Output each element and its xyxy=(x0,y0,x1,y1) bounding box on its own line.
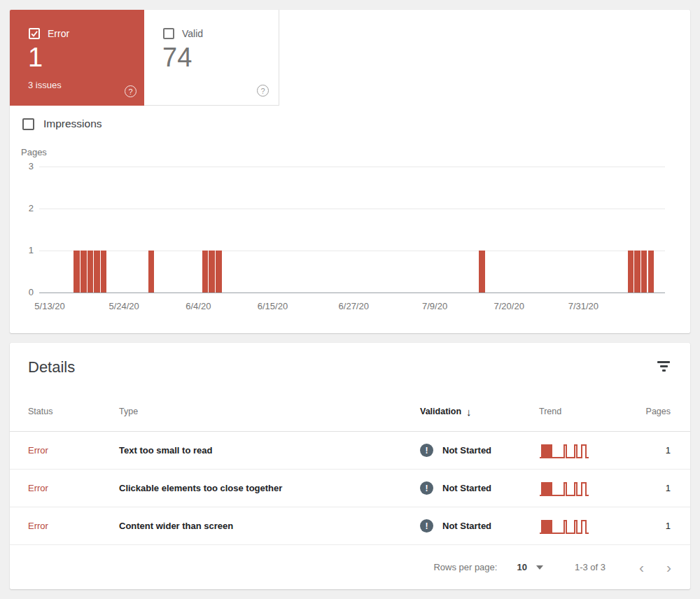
details-title: Details xyxy=(28,358,75,376)
row-pages-count: 1 xyxy=(623,445,690,456)
trend-sparkline xyxy=(539,478,623,499)
column-header-trend[interactable]: Trend xyxy=(539,407,623,416)
error-issues-count: 3 issues xyxy=(28,80,62,90)
chart-bar[interactable] xyxy=(148,251,155,293)
help-icon[interactable]: ? xyxy=(257,85,269,97)
chart-bar[interactable] xyxy=(209,251,215,293)
column-header-type[interactable]: Type xyxy=(119,407,420,416)
x-tick-label: 6/27/20 xyxy=(339,301,369,311)
filter-icon[interactable] xyxy=(655,360,672,375)
impressions-checkbox[interactable] xyxy=(22,118,34,130)
column-header-pages[interactable]: Pages xyxy=(623,407,690,416)
chart-bar[interactable] xyxy=(216,251,222,293)
validation-header-label: Validation xyxy=(420,407,461,416)
not-started-badge-icon: ! xyxy=(420,444,433,457)
previous-page-button[interactable]: ‹ xyxy=(638,560,645,575)
error-checkbox[interactable] xyxy=(29,28,40,39)
x-tick-label: 5/24/20 xyxy=(108,301,139,311)
chart-x-axis: 5/13/205/24/206/4/206/15/206/27/207/9/20… xyxy=(39,301,665,315)
error-count: 1 xyxy=(28,42,43,73)
row-validation-status: Not Started xyxy=(442,483,491,493)
table-row[interactable]: Error Content wider than screen ! Not St… xyxy=(10,507,690,545)
details-panel: Details Status Type Validation ↓ Trend P… xyxy=(10,343,690,589)
row-status: Error xyxy=(28,521,119,531)
mobile-usability-report-panel: Error 1 3 issues ? Valid 74 ? Impression… xyxy=(10,10,690,333)
rows-per-page-select[interactable]: 10 xyxy=(517,562,542,572)
chart-bar[interactable] xyxy=(634,251,640,293)
chart-bar[interactable] xyxy=(479,251,485,293)
help-icon[interactable]: ? xyxy=(125,85,136,97)
row-status: Error xyxy=(28,445,119,456)
error-card-header: Error xyxy=(29,28,69,39)
impressions-label: Impressions xyxy=(43,118,102,130)
table-pagination: Rows per page: 10 1-3 of 3 ‹ › xyxy=(10,545,690,589)
valid-card-header: Valid xyxy=(163,28,203,39)
column-header-status[interactable]: Status xyxy=(28,407,119,416)
trend-sparkline xyxy=(539,440,623,461)
y-tick-label: 2 xyxy=(11,203,34,213)
chart-bar[interactable] xyxy=(80,251,87,293)
chart-bar[interactable] xyxy=(74,251,80,293)
error-card-label: Error xyxy=(48,28,69,39)
next-page-button[interactable]: › xyxy=(665,560,673,575)
row-status: Error xyxy=(28,483,119,493)
table-row[interactable]: Error Text too small to read ! Not Start… xyxy=(10,432,690,470)
error-summary-card[interactable]: Error 1 3 issues ? xyxy=(10,10,144,106)
valid-summary-card[interactable]: Valid 74 ? xyxy=(144,10,279,106)
chart-bar[interactable] xyxy=(101,251,107,293)
rows-per-page-label: Rows per page: xyxy=(433,562,497,572)
row-issue-type: Clickable elements too close together xyxy=(119,483,420,493)
chart-y-axis-title: Pages xyxy=(21,147,47,157)
x-tick-label: 7/20/20 xyxy=(494,301,524,311)
chart-bar[interactable] xyxy=(202,251,209,293)
valid-card-label: Valid xyxy=(182,28,203,39)
trend-sparkline xyxy=(539,516,623,537)
row-pages-count: 1 xyxy=(623,521,690,531)
y-tick-label: 3 xyxy=(11,161,34,171)
table-header-row: Status Type Validation ↓ Trend Pages xyxy=(10,392,690,432)
valid-count: 74 xyxy=(162,42,192,73)
not-started-badge-icon: ! xyxy=(420,481,433,495)
sort-descending-icon: ↓ xyxy=(466,406,472,418)
x-tick-label: 6/4/20 xyxy=(186,301,211,311)
row-pages-count: 1 xyxy=(623,483,690,493)
valid-checkbox[interactable] xyxy=(163,28,174,39)
impressions-toggle[interactable]: Impressions xyxy=(22,118,102,130)
y-tick-label: 1 xyxy=(11,245,34,255)
chart-bar[interactable] xyxy=(88,251,94,293)
y-tick-label: 0 xyxy=(11,287,34,297)
table-row[interactable]: Error Clickable elements too close toget… xyxy=(10,470,690,507)
not-started-badge-icon: ! xyxy=(420,519,433,533)
x-tick-label: 7/9/20 xyxy=(422,301,447,311)
chart-bar[interactable] xyxy=(648,251,654,293)
x-tick-label: 5/13/20 xyxy=(34,301,64,311)
x-axis-line xyxy=(39,293,665,293)
column-header-validation[interactable]: Validation ↓ xyxy=(420,406,539,418)
x-tick-label: 7/31/20 xyxy=(568,301,598,311)
chart-bar[interactable] xyxy=(628,251,634,293)
row-issue-type: Content wider than screen xyxy=(119,521,420,531)
x-tick-label: 6/15/20 xyxy=(258,301,288,311)
dropdown-arrow-icon xyxy=(536,565,543,570)
row-issue-type: Text too small to read xyxy=(119,445,420,456)
row-validation-status: Not Started xyxy=(442,521,491,531)
rows-per-page-value: 10 xyxy=(517,562,526,572)
chart-plot xyxy=(39,167,665,293)
chart-bar[interactable] xyxy=(94,251,100,293)
check-icon xyxy=(30,29,38,38)
chart-bar[interactable] xyxy=(641,251,648,293)
row-validation-status: Not Started xyxy=(442,445,491,456)
pagination-range: 1-3 of 3 xyxy=(575,562,606,572)
